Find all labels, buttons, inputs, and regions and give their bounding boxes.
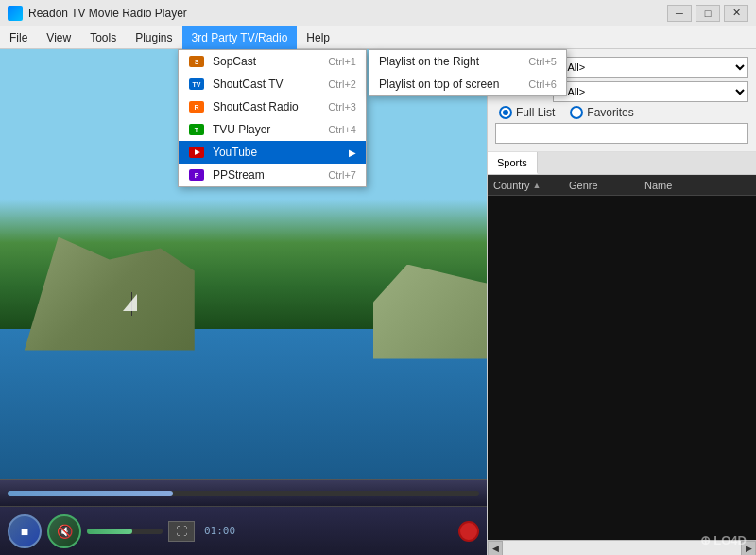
fullscreen-button[interactable]: ⛶ <box>168 521 195 542</box>
sailboat <box>122 287 141 316</box>
full-list-option[interactable]: Full List <box>499 106 555 119</box>
favorites-label: Favorites <box>587 106 633 119</box>
controls-bar <box>0 479 487 506</box>
dropdown-youtube[interactable]: ▶ YouTube ▶ <box>179 141 366 164</box>
bottom-controls: ■ 🔇 ⛶ 01:00 <box>0 506 487 555</box>
dropdown-ppstream[interactable]: P PPStream Ctrl+7 <box>179 164 366 186</box>
tabs-bar: Sports <box>488 152 756 175</box>
title-controls: ─ □ ✕ <box>667 5 748 22</box>
title-text: Readon TV Movie Radio Player <box>28 7 187 20</box>
th-genre[interactable]: Genre <box>563 180 639 191</box>
cliff-left <box>25 237 195 351</box>
close-button[interactable]: ✕ <box>724 5 748 22</box>
genre-select[interactable]: <All> <box>553 81 748 102</box>
cliff-right <box>373 265 487 359</box>
scroll-track[interactable] <box>503 541 741 556</box>
youtube-icon: ▶ <box>188 146 205 159</box>
scroll-left-arrow[interactable]: ◀ <box>488 541 503 556</box>
search-row <box>495 123 748 144</box>
country-select[interactable]: <All> <box>553 57 748 78</box>
ppstream-icon: P <box>188 168 205 182</box>
tvu-icon: T <box>188 123 205 136</box>
main-content: ■ 🔇 ⛶ 01:00 Country: <All> Genre: <All> <box>0 49 756 555</box>
submenu-playlist-top[interactable]: Playlist on top of screen Ctrl+6 <box>369 73 566 95</box>
scroll-right-arrow[interactable]: ▶ <box>741 541 756 556</box>
favorites-option[interactable]: Favorites <box>570 106 633 119</box>
dropdown-shoutcast-radio[interactable]: R ShoutCast Radio Ctrl+3 <box>179 95 366 118</box>
search-input[interactable] <box>495 123 748 144</box>
th-name[interactable]: Name <box>639 180 756 191</box>
sopcast-icon: S <box>188 55 205 68</box>
dropdown-sopcast[interactable]: S SopCast Ctrl+1 <box>179 50 366 73</box>
table-header: Country ▲ Genre Name <box>488 175 756 196</box>
shoutcast-radio-icon: R <box>188 100 205 113</box>
progress-fill <box>8 491 173 496</box>
title-bar: Readon TV Movie Radio Player ─ □ ✕ <box>0 0 756 26</box>
title-bar-left: Readon TV Movie Radio Player <box>8 6 187 21</box>
youtube-submenu: Playlist on the Right Ctrl+5 Playlist on… <box>369 49 567 96</box>
record-button[interactable] <box>458 521 479 542</box>
full-list-radio[interactable] <box>499 106 512 119</box>
menu-help[interactable]: Help <box>297 26 339 49</box>
th-country[interactable]: Country ▲ <box>488 180 563 191</box>
menu-tools[interactable]: Tools <box>80 26 126 49</box>
horizontal-scrollbar[interactable]: ◀ ▶ <box>488 540 756 555</box>
menu-view[interactable]: View <box>37 26 80 49</box>
progress-bar[interactable] <box>8 491 479 496</box>
stop-button[interactable]: ■ <box>8 514 42 548</box>
table-body <box>488 196 756 540</box>
maximize-button[interactable]: □ <box>696 5 720 22</box>
dropdown-shoutcast-tv[interactable]: TV ShoutCast TV Ctrl+2 <box>179 73 366 95</box>
menu-bar: File View Tools Plugins 3rd Party TV/Rad… <box>0 26 756 49</box>
channel-table: Country ▲ Genre Name <box>488 175 756 540</box>
mute-button[interactable]: 🔇 <box>47 514 81 548</box>
favorites-radio[interactable] <box>570 106 583 119</box>
time-display: 01:00 <box>204 525 235 537</box>
shoutcast-tv-icon: TV <box>188 78 205 91</box>
full-list-label: Full List <box>516 106 555 119</box>
volume-fill <box>87 529 132 534</box>
menu-file[interactable]: File <box>0 26 37 49</box>
radio-row: Full List Favorites <box>495 106 748 119</box>
app-icon <box>8 6 23 21</box>
menu-plugins[interactable]: Plugins <box>126 26 181 49</box>
submenu-playlist-right[interactable]: Playlist on the Right Ctrl+5 <box>369 50 566 73</box>
right-panel: Country: <All> Genre: <All> Full List F <box>487 49 756 555</box>
volume-slider[interactable] <box>87 529 163 534</box>
minimize-button[interactable]: ─ <box>667 5 692 22</box>
menu-dropdown-3rdparty: S SopCast Ctrl+1 TV ShoutCast TV Ctrl+2 … <box>178 49 367 187</box>
menu-3rdparty[interactable]: 3rd Party TV/Radio <box>182 26 298 49</box>
submenu-arrow-youtube: ▶ <box>349 147 356 158</box>
tab-sports[interactable]: Sports <box>488 152 538 174</box>
dropdown-tvu[interactable]: T TVU Player Ctrl+4 <box>179 118 366 141</box>
sort-arrow-country: ▲ <box>533 181 541 190</box>
